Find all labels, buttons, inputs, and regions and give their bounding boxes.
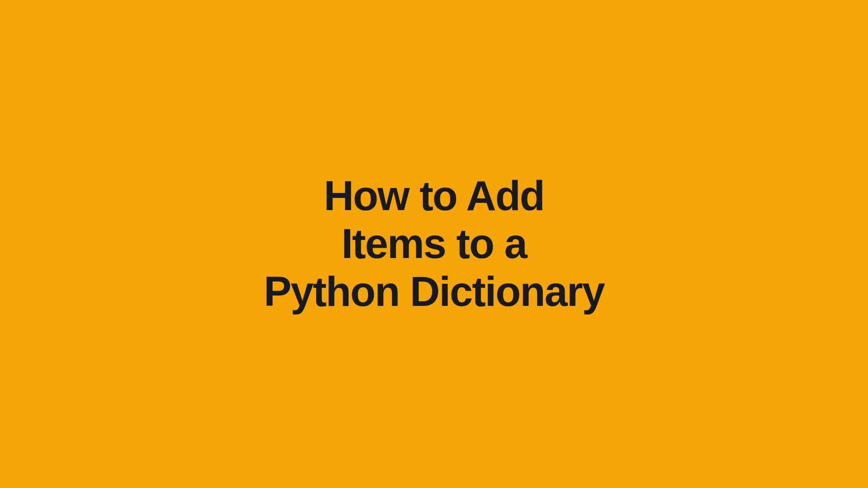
title-line-2: Items to a (341, 221, 526, 267)
title-line-1: How to Add (324, 173, 544, 219)
title-line-3: Python Dictionary (264, 268, 604, 314)
page-title: How to Add Items to a Python Dictionary (264, 172, 604, 315)
